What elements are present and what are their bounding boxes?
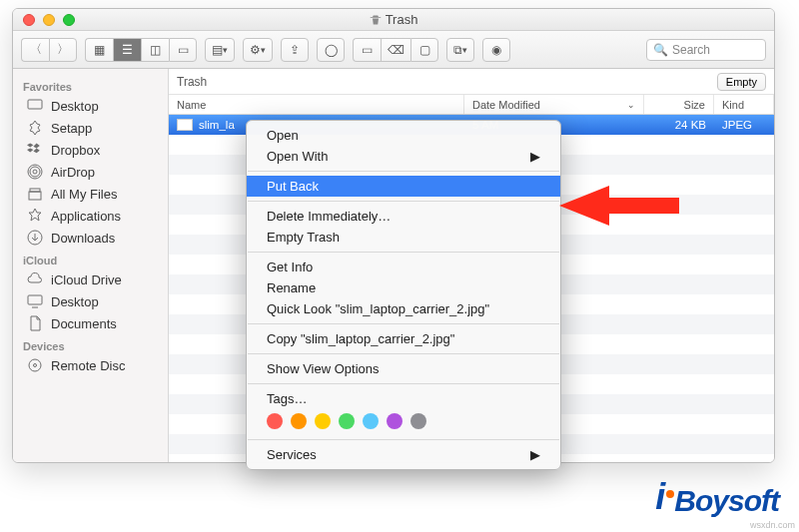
tag-orange[interactable] <box>291 413 307 429</box>
list-view-button[interactable]: ☰ <box>113 38 141 62</box>
desktop-icon <box>27 293 43 309</box>
ctx-separator <box>248 439 559 440</box>
ctx-get-info[interactable]: Get Info <box>247 257 560 277</box>
ctx-show-view-options[interactable]: Show View Options <box>247 358 560 379</box>
search-icon: 🔍 <box>653 43 668 57</box>
sidebar-item-remotedisc[interactable]: Remote Disc <box>13 354 168 376</box>
ctx-copy[interactable]: Copy "slim_laptop_carrier_2.jpg" <box>247 328 560 349</box>
ctx-empty-trash[interactable]: Empty Trash <box>247 227 560 248</box>
file-thumbnail-icon <box>177 119 193 131</box>
sidebar-item-icloud-desktop[interactable]: Desktop <box>13 290 168 312</box>
tags-button[interactable]: ◯ <box>317 38 345 62</box>
share-button[interactable]: ⇪ <box>281 38 309 62</box>
ctx-tags[interactable]: Tags… <box>247 388 560 409</box>
ctx-quick-look[interactable]: Quick Look "slim_laptop_carrier_2.jpg" <box>247 298 560 319</box>
ctx-open[interactable]: Open <box>247 125 560 146</box>
col-date[interactable]: Date Modified⌄ <box>464 95 644 114</box>
gallery-view-button[interactable]: ▭ <box>169 38 197 62</box>
sidebar-section-icloud: iCloud <box>13 249 168 268</box>
ctx-separator <box>248 353 559 354</box>
newfolder-button[interactable]: ▢ <box>410 38 438 62</box>
svg-rect-0 <box>28 100 42 109</box>
empty-trash-button[interactable]: Empty <box>717 73 766 91</box>
search-placeholder: Search <box>672 43 710 57</box>
trash-icon <box>370 14 382 26</box>
tag-purple[interactable] <box>387 413 402 429</box>
sidebar-section-favorites: Favorites <box>13 75 168 95</box>
ctx-rename[interactable]: Rename <box>247 277 560 298</box>
ctx-separator <box>248 171 559 172</box>
sort-indicator-icon: ⌄ <box>627 100 635 110</box>
sidebar-item-allfiles[interactable]: All My Files <box>13 183 168 205</box>
sidebar-item-downloads[interactable]: Downloads <box>13 227 168 249</box>
ctx-separator <box>248 323 559 324</box>
file-kind: JPEG <box>714 119 774 131</box>
sidebar-item-documents[interactable]: Documents <box>13 312 168 334</box>
forward-button[interactable]: 〉 <box>49 38 77 62</box>
svg-point-2 <box>30 167 40 177</box>
dropbox-icon <box>27 142 43 158</box>
col-size[interactable]: Size <box>644 95 714 114</box>
icon-view-button[interactable]: ▦ <box>85 38 113 62</box>
toolbar: 〈 〉 ▦ ☰ ◫ ▭ ▤ ▾ ⚙ ▾ ⇪ ◯ ▭ ⌫ ▢ ⧉ ▾ ◉ 🔍 Se… <box>13 31 774 69</box>
ctx-services[interactable]: Services▶ <box>247 444 560 465</box>
column-headers: Name Date Modified⌄ Size Kind <box>169 95 774 115</box>
ctx-tag-colors <box>247 409 560 435</box>
window-title: Trash <box>13 12 774 27</box>
dropbox-button[interactable]: ⧉ ▾ <box>446 38 474 62</box>
annotation-arrow <box>559 176 679 240</box>
apps-icon <box>27 208 43 224</box>
svg-point-8 <box>29 359 41 371</box>
col-kind[interactable]: Kind <box>714 95 774 114</box>
ctx-separator <box>248 252 559 253</box>
sidebar-section-devices: Devices <box>13 334 168 354</box>
sidebar-item-setapp[interactable]: Setapp <box>13 117 168 139</box>
ctx-separator <box>248 201 559 202</box>
downloads-icon <box>27 230 43 246</box>
source-note: wsxdn.com <box>750 520 795 530</box>
airdrop-icon <box>27 164 43 180</box>
tag-gray[interactable] <box>410 413 426 429</box>
ctx-put-back[interactable]: Put Back <box>247 176 560 197</box>
file-size: 24 KB <box>644 119 714 131</box>
sidebar: Favorites Desktop Setapp Dropbox AirDrop… <box>13 69 169 462</box>
tag-red[interactable] <box>267 413 283 429</box>
path-bar: Trash Empty <box>169 69 774 95</box>
delete-button[interactable]: ⌫ <box>381 38 410 62</box>
svg-point-1 <box>33 170 37 174</box>
tag-blue[interactable] <box>363 413 379 429</box>
ctx-separator <box>248 383 559 384</box>
icloud-icon <box>27 271 43 287</box>
back-button[interactable]: 〈 <box>21 38 49 62</box>
titlebar: Trash <box>13 9 774 31</box>
allfiles-icon <box>27 186 43 202</box>
documents-icon <box>27 315 43 331</box>
search-field[interactable]: 🔍 Search <box>646 39 766 61</box>
tag-yellow[interactable] <box>315 413 331 429</box>
sidebar-item-dropbox[interactable]: Dropbox <box>13 139 168 161</box>
nav-buttons: 〈 〉 <box>21 38 77 62</box>
extra-buttons: ▭ ⌫ ▢ <box>353 38 438 62</box>
svg-rect-5 <box>30 189 40 192</box>
sidebar-item-desktop[interactable]: Desktop <box>13 95 168 117</box>
sidebar-item-iclouddrive[interactable]: iCloud Drive <box>13 268 168 290</box>
desktop-icon <box>27 98 43 114</box>
setapp-icon <box>27 120 43 136</box>
tag-green[interactable] <box>339 413 355 429</box>
column-view-button[interactable]: ◫ <box>141 38 169 62</box>
sidebar-item-applications[interactable]: Applications <box>13 205 168 227</box>
folder-button[interactable]: ▭ <box>353 38 381 62</box>
action-button[interactable]: ⚙ ▾ <box>243 38 273 62</box>
svg-rect-7 <box>28 295 42 304</box>
ql-button[interactable]: ◉ <box>482 38 510 62</box>
view-buttons: ▦ ☰ ◫ ▭ <box>85 38 197 62</box>
col-name[interactable]: Name <box>169 95 464 114</box>
svg-point-9 <box>34 364 37 367</box>
submenu-arrow-icon: ▶ <box>530 447 540 462</box>
watermark-logo: iBoysoft <box>655 476 779 518</box>
ctx-open-with[interactable]: Open With▶ <box>247 146 560 167</box>
sidebar-item-airdrop[interactable]: AirDrop <box>13 161 168 183</box>
ctx-delete-immediately[interactable]: Delete Immediately… <box>247 206 560 227</box>
file-name: slim_la <box>199 119 235 131</box>
arrange-button[interactable]: ▤ ▾ <box>205 38 235 62</box>
